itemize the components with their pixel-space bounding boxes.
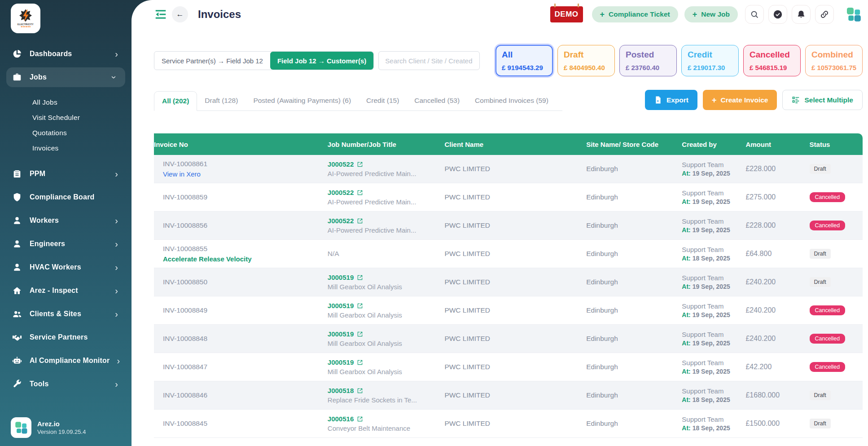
sidebar-item-arez-inspect[interactable]: Arez - Inspect › xyxy=(6,281,125,300)
invoice-link[interactable]: Accelerate Release Velocity xyxy=(163,255,325,263)
new-job-button[interactable]: + New Job xyxy=(684,6,738,22)
job-title: Mill Gearbox Oil Analysis xyxy=(328,340,442,347)
invoices-table-wrap: Invoice NoJob Number/Job TitleClient Nam… xyxy=(154,133,863,446)
back-button[interactable]: ← xyxy=(172,6,188,22)
select-multiple-button[interactable]: Select Multiple xyxy=(782,90,863,110)
table-row[interactable]: INV-10008849 J000519 Mill Gearbox Oil An… xyxy=(154,296,863,325)
created-by: Support Team xyxy=(682,387,743,395)
app-logo-icon[interactable] xyxy=(845,5,863,23)
client-name: PWC LIMITED xyxy=(444,165,490,172)
job-number-link[interactable]: J000522 xyxy=(328,189,354,196)
job-number-link[interactable]: J000518 xyxy=(328,387,354,394)
invoices-table: Invoice NoJob Number/Job TitleClient Nam… xyxy=(154,133,863,438)
sidebar-item-compliance-board[interactable]: Compliance Board › xyxy=(6,187,125,207)
toggle-option-field-job-12-customer-s[interactable]: Field Job 12 → Customer(s) xyxy=(270,52,373,70)
sidebar-item-service-partners[interactable]: Service Partners › xyxy=(6,327,125,347)
topbar: ← Invoices DEMO + Compliance Ticket + Ne… xyxy=(154,4,863,24)
invoice-link[interactable]: View in Xero xyxy=(163,170,325,178)
column-header-amount[interactable]: Amount xyxy=(745,133,809,155)
table-row[interactable]: INV-10008847 J000519 Mill Gearbox Oil An… xyxy=(154,353,863,381)
table-row[interactable]: INV-10008850 J000519 Mill Gearbox Oil An… xyxy=(154,268,863,296)
sidebar-item-invoices[interactable]: Invoices › xyxy=(6,141,125,155)
invoice-number: INV-10008855 xyxy=(163,245,325,253)
external-link-icon[interactable] xyxy=(357,218,363,224)
tab-combined-invoices-59[interactable]: Combined Invoices (59) xyxy=(467,91,556,111)
client-name: PWC LIMITED xyxy=(444,193,490,201)
table-row[interactable]: INV-10008848 J000519 Mill Gearbox Oil An… xyxy=(154,325,863,353)
external-link-icon[interactable] xyxy=(357,388,363,394)
external-link-icon[interactable] xyxy=(357,359,363,366)
sidebar-item-tools[interactable]: Tools › xyxy=(6,374,125,394)
summary-card-posted[interactable]: Posted £ 23760.40 xyxy=(619,45,677,76)
search-input[interactable] xyxy=(378,51,480,70)
column-header-status[interactable]: Status xyxy=(810,133,863,155)
external-link-icon[interactable] xyxy=(357,331,363,337)
sidebar-collapse-icon[interactable] xyxy=(154,8,167,21)
table-row[interactable]: INV-10008859 J000522 AI-Powered Predicti… xyxy=(154,183,863,212)
summary-card-credit[interactable]: Credit £ 219017.30 xyxy=(681,45,739,76)
sidebar-item-engineers[interactable]: Engineers › xyxy=(6,234,125,254)
external-link-icon[interactable] xyxy=(357,303,363,309)
notifications-button[interactable] xyxy=(792,5,811,24)
user-icon xyxy=(12,215,22,226)
summary-card-cancelled[interactable]: Cancelled £ 546815.19 xyxy=(743,45,801,76)
table-search xyxy=(378,51,480,70)
sidebar-item-hvac-workers[interactable]: HVAC Workers › xyxy=(6,257,125,277)
search-button[interactable] xyxy=(745,5,764,24)
toggle-option-service-partner-s-field-job-12[interactable]: Service Partner(s) → Field Job 12 xyxy=(154,52,270,70)
column-header-invoice-no[interactable]: Invoice No xyxy=(154,133,328,155)
job-number-link[interactable]: J000519 xyxy=(328,302,354,309)
table-row[interactable]: INV-10008856 J000522 AI-Powered Predicti… xyxy=(154,212,863,240)
tab-credit-15[interactable]: Credit (15) xyxy=(359,91,407,111)
column-header-created-by[interactable]: Created by xyxy=(682,133,745,155)
table-row[interactable]: INV-10008861 View in Xero J000522 AI-Pow… xyxy=(154,155,863,183)
tab-draft-128[interactable]: Draft (128) xyxy=(197,91,245,111)
invoice-amount: £1500.000 xyxy=(745,420,780,427)
tab-cancelled-53[interactable]: Cancelled (53) xyxy=(407,91,467,111)
invoice-number: INV-10008848 xyxy=(163,335,325,343)
table-row[interactable]: INV-10008846 J000518 Replace Fride Socke… xyxy=(154,381,863,410)
sidebar-item-quotations[interactable]: Quotations › xyxy=(6,126,125,140)
job-number-link[interactable]: J000516 xyxy=(328,415,354,423)
column-header-site-name-store-code[interactable]: Site Name/ Store Code xyxy=(586,133,682,155)
site-name: Edinburgh xyxy=(586,165,618,172)
sidebar-item-ppm[interactable]: PPM › xyxy=(6,164,125,184)
compliance-ticket-button[interactable]: + Compliance Ticket xyxy=(592,6,678,22)
sidebar-item-ai-compliance-monitor[interactable]: AI Compliance Monitor › xyxy=(6,351,125,371)
job-number-link[interactable]: J000519 xyxy=(328,358,354,366)
external-link-icon[interactable] xyxy=(357,161,363,168)
table-row[interactable]: INV-10008855 Accelerate Release Velocity… xyxy=(154,240,863,268)
links-button[interactable] xyxy=(815,5,834,24)
create-invoice-button[interactable]: + Create Invoice xyxy=(703,90,777,110)
sidebar-item-visit-scheduler[interactable]: Visit Scheduler › xyxy=(6,110,125,125)
job-number-link[interactable]: J000519 xyxy=(328,274,354,281)
sidebar-nav: Dashboards › Jobs › All Jobs › Visit Sch… xyxy=(0,42,132,396)
sidebar-item-workers[interactable]: Workers › xyxy=(6,211,125,230)
summary-card-all[interactable]: All £ 9194543.29 xyxy=(495,45,553,76)
summary-card-combined[interactable]: Combined £ 10573061.75 xyxy=(805,45,863,76)
sidebar-item-all-jobs[interactable]: All Jobs › xyxy=(6,95,125,110)
export-button[interactable]: x Export xyxy=(645,90,697,110)
created-by: Support Team xyxy=(682,302,743,310)
status-badge: Draft xyxy=(810,390,831,400)
created-date: At: 19 Sep, 2025 xyxy=(682,198,743,205)
tasks-button[interactable] xyxy=(768,5,787,24)
job-number-link[interactable]: J000519 xyxy=(328,330,354,338)
job-number-link[interactable]: J000522 xyxy=(328,217,354,225)
sidebar-item-clients-sites[interactable]: Clients & Sites › xyxy=(6,304,125,324)
sidebar-item-dashboards[interactable]: Dashboards › xyxy=(6,44,125,64)
column-header-client-name[interactable]: Client Name xyxy=(444,133,586,155)
job-number-link[interactable]: J000522 xyxy=(328,160,354,168)
tab-all-202[interactable]: All (202) xyxy=(154,91,197,111)
chevron-right-icon: › xyxy=(115,239,118,248)
summary-card-draft[interactable]: Draft £ 8404950.40 xyxy=(557,45,615,76)
external-link-icon[interactable] xyxy=(357,416,363,422)
external-link-icon[interactable] xyxy=(357,274,363,281)
created-date: At: 19 Sep, 2025 xyxy=(682,226,743,234)
column-header-job-number-job-title[interactable]: Job Number/Job Title xyxy=(328,133,445,155)
sidebar-item-jobs[interactable]: Jobs › xyxy=(6,67,125,87)
external-link-icon[interactable] xyxy=(357,190,363,196)
created-by: Support Team xyxy=(682,246,743,253)
table-row[interactable]: INV-10008845 J000516 Conveyor Belt Maint… xyxy=(154,410,863,438)
tab-posted-awaiting-payments-6[interactable]: Posted (Awaiting Payments) (6) xyxy=(245,91,359,111)
